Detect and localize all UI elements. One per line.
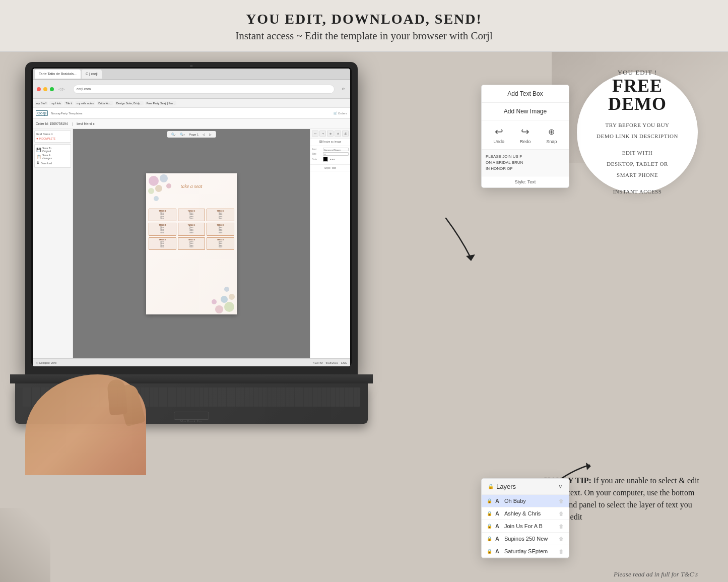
bookmark-3[interactable]: Tile it xyxy=(64,101,74,105)
color-label: Color xyxy=(312,158,322,161)
nav-next[interactable]: ▷ xyxy=(208,132,213,137)
zoom-in[interactable]: 🔍+ xyxy=(179,132,186,137)
redo-tool[interactable]: ↪ Redo xyxy=(519,125,531,144)
bookmark-6[interactable]: Design Suite, Bridy... xyxy=(115,101,144,105)
layer-item-oh-baby[interactable]: 🔒 A Oh Baby 🗑 xyxy=(482,495,569,507)
svg-marker-12 xyxy=(466,254,475,261)
arp-tool-4[interactable]: ⊘ xyxy=(335,131,341,137)
app-body: field Name 4 ● INCOMPLETE 💾 xyxy=(33,129,350,358)
svg-point-6 xyxy=(224,302,234,312)
tab-1-label: Tarte Tatin de Braidals... xyxy=(39,72,77,76)
table-4: TABLE 4 NameNameNameName xyxy=(149,223,176,236)
layer-item-ashley-chris[interactable]: 🔒 A Ashley & Chris 🗑 xyxy=(482,507,569,520)
add-new-image-button[interactable]: Add New Image xyxy=(482,103,569,120)
snap-icon: ⊕ xyxy=(546,125,558,138)
field-label: field Name 4 xyxy=(36,133,69,136)
lock-icon-header: 🔒 xyxy=(488,484,494,489)
instant-label: INSTANT ACCESS xyxy=(613,187,662,197)
arp-tool-3[interactable]: ⊕ xyxy=(327,131,334,137)
field-name-section: field Name 4 ● INCOMPLETE xyxy=(34,131,71,143)
layer-item-supinos[interactable]: 🔒 A Supinos 250 New 🗑 xyxy=(482,533,569,545)
table-9-header: TABLE 9 xyxy=(208,239,233,241)
app-header: Corjl NoorayParty Templates 🛒 Orders xyxy=(33,108,350,119)
banner-headline: YOU EDIT, DOWNLOAD, SEND! xyxy=(0,11,728,27)
snap-tool[interactable]: ⊕ Snap xyxy=(546,125,558,144)
layer-item-saturday[interactable]: 🔒 A Saturday SEptem 🗑 xyxy=(482,545,569,558)
layer-name-1: Oh Baby xyxy=(504,498,556,504)
status-text: INCOMPLETE xyxy=(39,137,56,140)
undo-icon: ↩ xyxy=(493,125,505,138)
nav-prev[interactable]: ◁ xyxy=(202,132,206,137)
arp-tool-2[interactable]: ↪ xyxy=(319,131,326,137)
font-input[interactable]: Garamond Regger xyxy=(323,148,349,151)
bookmark-1[interactable]: my Stuff xyxy=(35,101,48,105)
status-eng: ENG xyxy=(341,361,347,364)
try-before-label: TRY BEFORE YOU BUY xyxy=(605,121,669,130)
table-7: TABLE 7 NameNameNameName xyxy=(149,237,176,250)
design-preview-card[interactable]: take a seat TABLE 1 NameNameNameName T xyxy=(146,173,237,314)
save-copy-action[interactable]: 📋 Save &changes xyxy=(36,153,69,160)
arp-text-section: 🖼 Resize as Image xyxy=(310,139,350,146)
layer-name-2: Ashley & Chris xyxy=(504,510,556,516)
delete-icon-2[interactable]: 🗑 xyxy=(559,511,564,516)
devices-label: DESKTOP, TABLET OR xyxy=(607,160,668,169)
bookmark-2[interactable]: my Hulu xyxy=(49,101,62,105)
corjl-nav: NoorayParty Templates xyxy=(51,112,82,115)
arp-as-image: 🖼 Resize as Image xyxy=(312,140,349,143)
free-demo-label: FREE DEMO xyxy=(587,77,688,113)
arp-font-section: Font Garamond Regger Size 17 xyxy=(310,146,350,165)
order-bar: Order Id: 1509758194 | best friend ♦ xyxy=(33,119,350,129)
delete-icon-4[interactable]: 🗑 xyxy=(559,536,564,542)
download-action[interactable]: ⬇ Download xyxy=(36,160,69,166)
delete-icon-3[interactable]: 🗑 xyxy=(559,524,564,529)
browser-tab-2[interactable]: C | corjl xyxy=(82,70,102,79)
table-6: TABLE 6 NameNameNameName xyxy=(207,223,234,236)
incomplete-status: ● INCOMPLETE xyxy=(36,137,69,141)
add-text-box-button[interactable]: Add Text Box xyxy=(482,85,569,103)
url-bar[interactable]: corjl.com xyxy=(73,85,335,94)
layer-item-join-us[interactable]: 🔒 A Join Us For A B 🗑 xyxy=(482,520,569,533)
size-row: Size 17 xyxy=(312,152,349,156)
layer-name-4: Supinos 250 New xyxy=(504,536,556,542)
save-action[interactable]: 💾 Save ToOriginal xyxy=(36,146,69,153)
fap-style: Style: Text xyxy=(482,176,569,187)
undo-label: Undo xyxy=(493,139,504,144)
redo-label: Redo xyxy=(520,139,531,144)
font-label: Font xyxy=(312,148,322,151)
canvas-toolbar: 🔍- 🔍+ Page 1 ◁ ▷ xyxy=(167,131,216,138)
table-2-names: NameNameNameName xyxy=(179,213,204,220)
table-1-names: NameNameNameName xyxy=(150,213,175,220)
type-icon-4: A xyxy=(495,536,501,542)
layers-toggle[interactable]: ∨ xyxy=(558,483,563,490)
url-text: corjl.com xyxy=(77,87,91,91)
bookmark-7[interactable]: Free Party Seajl | Em... xyxy=(145,101,177,105)
svg-point-9 xyxy=(229,294,235,300)
arp-tool-5[interactable]: 🖨 xyxy=(342,131,349,137)
delete-icon-1[interactable]: 🗑 xyxy=(559,498,564,504)
close-dot[interactable] xyxy=(37,87,41,91)
lock-icon-3: 🔒 xyxy=(487,524,492,529)
app-status-bar: ◁ Collapse View 7:23 PM 6/18/2019 ENG xyxy=(33,358,350,366)
seating-chart-title: take a seat xyxy=(146,183,237,189)
main-area: Tarte Tatin de Braidals... C | corjl ◁ ▷ xyxy=(0,52,728,582)
lock-icon-4: 🔒 xyxy=(487,536,492,541)
table-7-header: TABLE 7 xyxy=(150,239,175,241)
svg-point-7 xyxy=(215,305,223,313)
type-icon-5: A xyxy=(495,548,501,554)
arp-tool-1[interactable]: ↩ xyxy=(312,131,318,137)
minimize-dot[interactable] xyxy=(43,87,47,91)
browser-tab-1[interactable]: Tarte Tatin de Braidals... xyxy=(35,70,81,79)
free-demo-badge: YOU EDIT ! FREE DEMO TRY BEFORE YOU BUY … xyxy=(577,72,698,193)
table-1-header: TABLE 1 xyxy=(150,210,175,212)
bookmark-5[interactable]: Bridal Au... xyxy=(97,101,113,105)
delete-icon-5[interactable]: 🗑 xyxy=(559,549,564,554)
bookmark-4[interactable]: my rolls notes xyxy=(75,101,95,105)
size-input[interactable]: 17 xyxy=(323,152,349,156)
undo-tool[interactable]: ↩ Undo xyxy=(493,125,505,144)
maximize-dot[interactable] xyxy=(50,87,54,91)
table-8: TABLE 8 NameNameNameName xyxy=(178,237,206,250)
browser-tabs: Tarte Tatin de Braidals... C | corjl xyxy=(33,69,350,80)
layers-title: 🔒 Layers xyxy=(488,483,516,490)
zoom-out[interactable]: 🔍- xyxy=(170,132,177,137)
color-swatch[interactable] xyxy=(323,157,328,162)
